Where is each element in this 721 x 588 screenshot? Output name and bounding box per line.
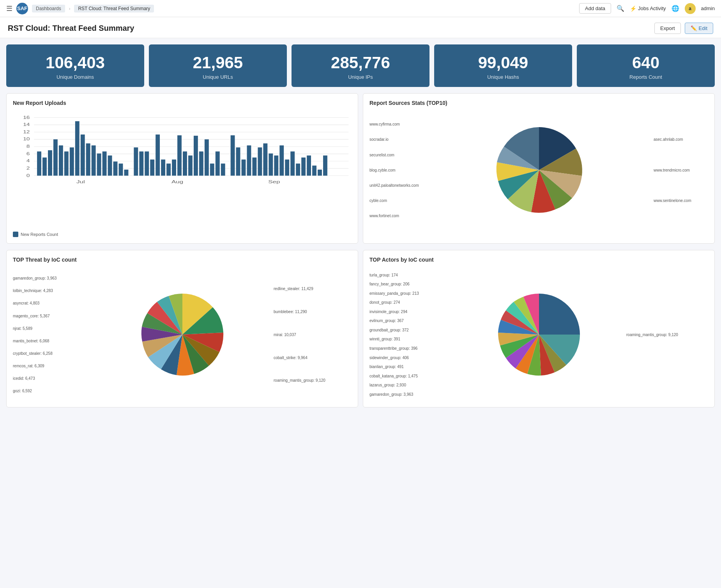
svg-text:Sep: Sep (268, 179, 280, 184)
svg-rect-30 (102, 152, 107, 176)
svg-rect-63 (290, 152, 295, 176)
threat-pie-container: gamaredon_group: 3,963 lolbin_technique:… (13, 268, 352, 401)
svg-text:4: 4 (27, 159, 30, 163)
svg-rect-62 (285, 159, 289, 175)
pie-sources-container: www.cyfirma.com socradar.io securelist.c… (369, 112, 708, 228)
pie-label: www.cyfirma.com (369, 122, 432, 127)
threat-pie-panel: TOP Threat by IoC count gamaredon_group:… (6, 250, 358, 407)
avatar[interactable]: a (685, 3, 696, 14)
svg-rect-27 (86, 143, 90, 176)
top-chart-row: New Report Uploads 16 14 12 10 8 6 4 2 0 (6, 93, 715, 244)
actors-pie-container: turla_group: 174 fancy_bear_group: 206 e… (369, 268, 708, 401)
stat-value-reports: 640 (585, 54, 707, 72)
actor-label: turla_group: 174 (369, 273, 447, 278)
svg-rect-47 (199, 152, 203, 176)
nav-right: Add data 🔍 ⚡ Jobs Activity 🌐 a admin (579, 3, 715, 14)
svg-rect-41 (166, 164, 171, 176)
nav-left: ☰ SAF Dashboards › RST Cloud: Threat Fee… (6, 3, 574, 14)
svg-rect-40 (161, 159, 165, 175)
svg-text:14: 14 (23, 122, 30, 127)
svg-rect-64 (296, 164, 300, 176)
threat-label: njrat: 5,589 (13, 326, 83, 331)
svg-rect-21 (53, 140, 58, 176)
svg-rect-20 (48, 150, 52, 175)
svg-rect-56 (253, 158, 257, 176)
stat-value-domains: 106,403 (14, 54, 136, 72)
svg-rect-69 (323, 156, 327, 176)
svg-rect-48 (205, 140, 209, 176)
threat-pie-title: TOP Threat by IoC count (13, 257, 352, 263)
svg-text:10: 10 (23, 137, 30, 142)
actor-label: groundbait_group: 372 (369, 328, 447, 333)
breadcrumb-dashboards[interactable]: Dashboards (32, 5, 65, 12)
svg-rect-66 (307, 156, 311, 176)
svg-rect-38 (150, 159, 154, 175)
stat-label-domains: Unique Domains (14, 74, 136, 80)
svg-text:0: 0 (27, 173, 30, 178)
export-button[interactable]: Export (654, 23, 681, 34)
search-icon[interactable]: 🔍 (617, 5, 624, 12)
svg-rect-18 (37, 152, 41, 176)
svg-text:2: 2 (27, 166, 30, 171)
svg-rect-31 (108, 156, 112, 176)
threat-label-right: cobalt_strike: 9,964 (274, 355, 352, 360)
threat-labels-left: gamaredon_group: 3,963 lolbin_technique:… (13, 268, 83, 401)
stat-card-ips: 285,776 Unique IPs (292, 44, 429, 87)
threat-label: icedid: 6,473 (13, 376, 83, 381)
svg-rect-45 (188, 156, 193, 176)
edit-button[interactable]: ✏️ Edit (685, 23, 713, 34)
svg-rect-50 (216, 152, 220, 176)
legend-box (13, 232, 18, 237)
actor-label: cobalt_katana_group: 1,475 (369, 374, 447, 379)
pie-label: blog.cyble.com (369, 168, 432, 173)
svg-rect-60 (274, 156, 278, 176)
threat-label: gozi: 6,592 (13, 388, 83, 393)
pie-sources-labels-right: asec.ahnlab.com www.trendmicro.com www.s… (654, 112, 708, 228)
threat-label-right: bumblebee: 11,290 (274, 309, 352, 314)
bottom-chart-row: TOP Threat by IoC count gamaredon_group:… (6, 250, 715, 407)
stat-card-reports: 640 Reports Count (577, 44, 715, 87)
pie-label: www.fortinet.com (369, 213, 432, 218)
actor-label: fancy_bear_group: 206 (369, 282, 447, 287)
threat-label: magento_core: 5,367 (13, 313, 83, 319)
bar-chart-svg: 16 14 12 10 8 6 4 2 0 (13, 112, 352, 228)
svg-rect-67 (312, 166, 316, 176)
stat-label-urls: Unique URLs (157, 74, 279, 80)
svg-rect-55 (247, 145, 251, 176)
pie-label: socradar.io (369, 137, 432, 142)
pie-label: securelist.com (369, 152, 432, 158)
actor-label: winnti_group: 391 (369, 337, 447, 342)
svg-text:16: 16 (23, 115, 30, 120)
threat-label: gamaredon_group: 3,963 (13, 276, 83, 281)
actor-label: emissary_panda_group: 213 (369, 291, 447, 296)
breadcrumb-current[interactable]: RST Cloud: Threat Feed Summary (74, 5, 154, 12)
page-header: RST Cloud: Threat Feed Summary Export ✏️… (0, 17, 721, 38)
stat-card-urls: 21,965 Unique URLs (149, 44, 287, 87)
svg-rect-39 (156, 135, 160, 176)
svg-rect-22 (59, 145, 63, 176)
svg-rect-65 (301, 158, 306, 176)
bar-chart-panel: New Report Uploads 16 14 12 10 8 6 4 2 0 (6, 93, 358, 244)
svg-rect-36 (139, 152, 143, 176)
add-data-button[interactable]: Add data (579, 3, 611, 14)
pie-sources-panel: Report Sources Stats (TOP10) www.cyfirma… (363, 93, 715, 244)
actors-labels-right: roaming_mantis_group: 9,120 (626, 268, 708, 401)
globe-icon[interactable]: 🌐 (672, 5, 679, 12)
actor-label: bianlian_group: 491 (369, 364, 447, 369)
svg-rect-59 (269, 154, 273, 176)
svg-rect-35 (134, 147, 138, 175)
actors-labels-left: turla_group: 174 fancy_bear_group: 206 e… (369, 268, 447, 401)
pencil-icon: ✏️ (691, 25, 697, 31)
svg-rect-37 (145, 152, 149, 176)
svg-rect-49 (210, 164, 214, 176)
actors-pie-title: TOP Actors by IoC count (369, 257, 708, 263)
svg-rect-24 (70, 147, 74, 175)
actor-label: sidewinder_group: 406 (369, 355, 447, 360)
hamburger-icon[interactable]: ☰ (6, 4, 12, 13)
threat-labels-right: redline_stealer: 11,429 bumblebee: 11,29… (274, 268, 352, 401)
actor-label: donot_group: 274 (369, 300, 447, 305)
chart-legend: New Reports Count (13, 232, 352, 237)
jobs-activity-button[interactable]: ⚡ Jobs Activity (630, 5, 666, 12)
actor-label: lazarus_group: 2,930 (369, 383, 447, 388)
actor-label: evilnum_group: 367 (369, 318, 447, 323)
